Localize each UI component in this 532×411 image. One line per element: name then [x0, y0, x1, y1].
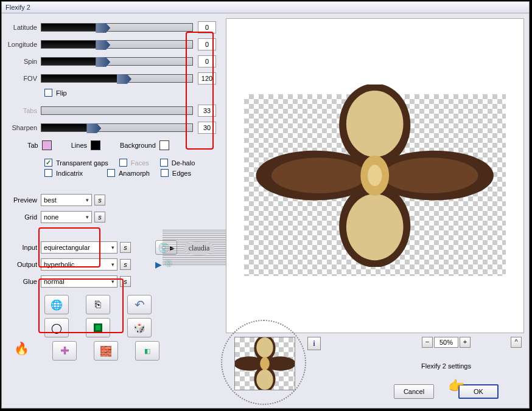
sharpen-input[interactable]: [198, 122, 216, 134]
anamorph-label: Anamorph: [119, 170, 150, 177]
svg-point-16: [260, 357, 270, 370]
grid-combo[interactable]: none▾: [41, 211, 92, 223]
grid-combo-label: Grid: [7, 213, 41, 221]
indicatrix-checkbox[interactable]: [44, 169, 52, 177]
faces-checkbox: [119, 159, 127, 167]
lines-color-swatch[interactable]: [91, 140, 100, 150]
glue-s-button[interactable]: s: [120, 276, 131, 287]
edges-label: Edges: [172, 170, 191, 177]
svg-point-9: [368, 165, 382, 186]
svg-point-6: [271, 158, 366, 194]
chevron-down-icon: ▾: [111, 278, 114, 285]
latitude-label: Latitude: [7, 24, 41, 31]
sharpen-slider[interactable]: [41, 123, 193, 132]
preview-s-button[interactable]: s: [94, 195, 105, 206]
indicatrix-label: Indicatrix: [56, 170, 83, 177]
info-button[interactable]: i: [307, 337, 321, 350]
input-combo[interactable]: equirectangular▾: [41, 241, 117, 254]
sharpen-label: Sharpen: [7, 124, 41, 131]
play-icon[interactable]: ▶: [155, 260, 162, 269]
fov-slider[interactable]: [41, 74, 193, 83]
longitude-slider[interactable]: [41, 40, 193, 49]
grid-s-button[interactable]: s: [94, 212, 105, 223]
faces-label: Faces: [131, 159, 149, 167]
fov-input[interactable]: [198, 72, 216, 85]
chevron-down-icon: ▾: [111, 244, 114, 250]
tabs-label: Tabs: [7, 107, 41, 114]
preview-image: [244, 85, 505, 266]
svg-point-11: [256, 337, 273, 357]
flip-checkbox[interactable]: [44, 89, 52, 97]
longitude-input[interactable]: [198, 38, 216, 50]
background-color-label: Background: [120, 142, 156, 149]
svg-point-1: [346, 91, 404, 157]
latitude-slider[interactable]: [41, 23, 193, 32]
globe-button[interactable]: 🌐: [44, 295, 69, 314]
cube-button[interactable]: ◧: [135, 341, 159, 361]
zoom-in-button[interactable]: +: [460, 337, 471, 348]
brick-button[interactable]: 🧱: [94, 341, 118, 361]
spin-input[interactable]: [198, 55, 216, 67]
flame-icon[interactable]: 🔥: [14, 341, 29, 361]
transparent-gaps-label: Transparent gaps: [56, 159, 108, 167]
transparent-gaps-checkbox[interactable]: [44, 159, 52, 167]
chevron-down-icon: ▾: [86, 214, 89, 220]
input-combo-label: Input: [7, 244, 41, 251]
input-s-button[interactable]: s: [120, 242, 131, 253]
preview-area[interactable]: [226, 18, 524, 333]
preview-combo-label: Preview: [7, 196, 41, 204]
glue-combo-label: Glue: [7, 278, 41, 285]
latitude-input[interactable]: [198, 21, 216, 33]
ring-button[interactable]: ◯: [44, 318, 69, 337]
output-combo[interactable]: hyperbolic▾: [41, 258, 117, 271]
background-color-swatch[interactable]: [159, 140, 169, 150]
zoom-out-button[interactable]: −: [422, 337, 433, 348]
output-combo-label: Output: [7, 261, 41, 268]
lines-color-label: Lines: [71, 142, 87, 149]
cancel-button[interactable]: Cancel: [394, 384, 434, 399]
tabs-slider: [41, 106, 193, 115]
svg-point-3: [346, 194, 404, 260]
tabs-input[interactable]: [198, 105, 216, 117]
undo-button[interactable]: ↶: [127, 295, 152, 314]
spin-label: Spin: [7, 58, 41, 65]
glue-combo[interactable]: normal▾: [41, 275, 117, 288]
thumbnail-preview[interactable]: [234, 337, 295, 390]
chevron-down-icon: ▾: [111, 261, 114, 268]
anamorph-checkbox[interactable]: [107, 169, 115, 177]
svg-point-7: [383, 158, 478, 194]
flip-label: Flip: [56, 89, 67, 97]
preview-combo[interactable]: best▾: [41, 194, 92, 206]
tab-color-label: Tab: [27, 142, 38, 149]
edges-checkbox[interactable]: [161, 169, 169, 177]
dehalo-label: De-halo: [172, 159, 195, 167]
window-title: Flexify 2: [2, 2, 529, 13]
plus-shape-button[interactable]: ✚: [52, 341, 77, 361]
svg-point-13: [256, 370, 273, 390]
spin-slider[interactable]: [41, 57, 193, 66]
pointing-hand-icon: 👉: [448, 378, 464, 394]
zoom-value[interactable]: 50%: [434, 337, 458, 348]
tab-color-swatch[interactable]: [42, 140, 52, 150]
watermark: claudia: [163, 230, 236, 266]
longitude-label: Longitude: [7, 41, 41, 48]
copy-button[interactable]: ⎘: [86, 295, 110, 314]
output-s-button[interactable]: s: [120, 259, 131, 270]
settings-text: Flexify 2 settings: [421, 362, 471, 370]
square-button[interactable]: [86, 318, 110, 337]
caret-button[interactable]: ^: [511, 337, 522, 348]
chevron-down-icon: ▾: [86, 197, 89, 203]
fov-label: FOV: [7, 75, 41, 82]
dehalo-checkbox[interactable]: [160, 159, 168, 167]
dice-button[interactable]: 🎲: [127, 318, 152, 337]
